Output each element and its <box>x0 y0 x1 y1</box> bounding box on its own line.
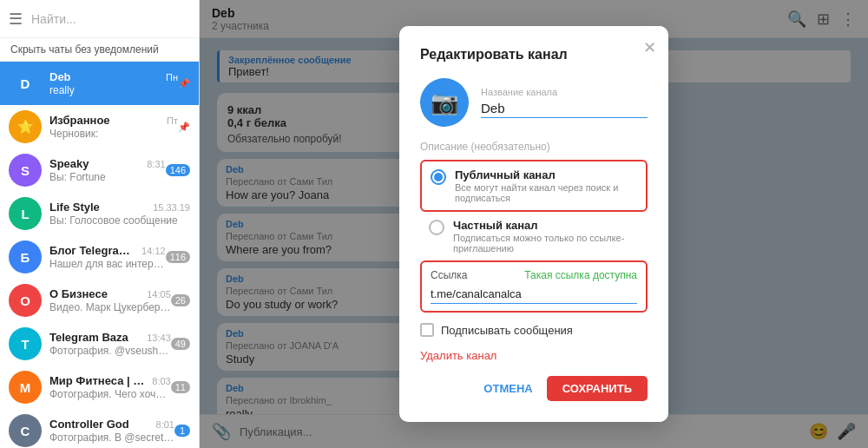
chat-preview-controller: Фотография. В @secretship, во вт... <box>49 432 174 444</box>
chat-item-blogtelegram[interactable]: Б Блог Telegram'щика 14:12 Нашел для вас… <box>0 235 199 279</box>
chat-name-obiznes: О Бизнесе <box>49 287 108 300</box>
badge-mirfitnes: 11 <box>171 381 190 393</box>
chat-info-telegrambaza: Telegram Baza 13:43 Фотография. @vseushe… <box>49 331 171 357</box>
chat-name-speaky: Speaky <box>49 157 89 170</box>
chat-name-deb: Deb <box>49 70 71 83</box>
modal-title: Редактировать канал <box>420 47 648 63</box>
chat-item-favorites[interactable]: ⭐ Избранное Пт Черновик: 📌 <box>0 105 199 148</box>
camera-icon: 📷 <box>431 89 458 116</box>
link-label-row: Ссылка Такая ссылка доступна <box>431 269 637 281</box>
chat-item-speaky[interactable]: S Speaky 8:31 Вы: Fortune 146 <box>0 148 199 192</box>
chat-list: D Deb Пн really 📌 ⭐ Избранное Пт Чернови… <box>0 62 199 448</box>
badge-blogtelegram: 116 <box>166 251 190 263</box>
pin-icon-deb: 📌 <box>178 78 190 89</box>
chat-name-favorites: Избранное <box>49 114 110 127</box>
chat-info-controller: Controller God 8:01 Фотография. В @secre… <box>49 418 174 444</box>
chat-item-controller[interactable]: C Controller God 8:01 Фотография. В @sec… <box>0 409 199 448</box>
private-channel-radio <box>429 220 444 235</box>
delete-channel-link[interactable]: Удалить канал <box>420 349 648 362</box>
avatar-lifestyle: L <box>9 197 42 230</box>
chat-name-mirfitnes: Мир Фитнеса | FitnessRU <box>49 374 148 387</box>
chat-time-speaky: 8:31 <box>147 159 165 169</box>
modal-avatar-row: 📷 Название канала <box>420 78 648 127</box>
chat-preview-obiznes: Видео. Марк Цукерберг о роли... <box>49 301 171 313</box>
sidebar: ☰ Найти... Скрыть чаты без уведомлений D… <box>0 0 200 448</box>
avatar-mirfitnes: М <box>9 371 42 404</box>
chat-info-lifestyle: Life Style 15.33.19 Вы: Голосовое сообще… <box>49 201 190 227</box>
link-label: Ссылка <box>431 269 467 281</box>
cancel-button[interactable]: ОТМЕНА <box>483 382 532 395</box>
sidebar-header: ☰ Найти... <box>0 0 199 38</box>
hide-chats-label: Скрыть чаты без уведомлений <box>0 38 199 62</box>
public-channel-radio <box>431 169 446 185</box>
chat-time-lifestyle: 15.33.19 <box>153 202 190 213</box>
public-channel-text: Публичный канал Все могут найти канал че… <box>455 168 637 203</box>
avatar-favorites: ⭐ <box>9 110 42 143</box>
chat-time-deb: Пн <box>166 72 178 82</box>
channel-name-input[interactable] <box>481 99 648 118</box>
chat-info-mirfitnes: Мир Фитнеса | FitnessRU 8:03 Фотография.… <box>49 374 171 400</box>
public-channel-sub: Все могут найти канал через поиск и подп… <box>455 182 637 203</box>
chat-preview-mirfitnes: Фотография. Чего хочется каше... <box>49 388 171 400</box>
chat-info-deb: Deb Пн really <box>49 70 178 96</box>
chat-time-mirfitnes: 8:03 <box>152 376 170 386</box>
chat-preview-blogtelegram: Нашел для вас интересный хейс... <box>49 258 166 270</box>
chat-time-obiznes: 14:05 <box>147 289 171 300</box>
channel-name-label: Название канала <box>481 87 648 97</box>
avatar-obiznes: О <box>9 284 42 317</box>
chat-name-blogtelegram: Блог Telegram'щика <box>49 244 138 257</box>
chat-preview-speaky: Вы: Fortune <box>49 171 166 183</box>
chat-item-telegrambaza[interactable]: T Telegram Baza 13:43 Фотография. @vseus… <box>0 322 199 366</box>
private-channel-text: Частный канал Подписаться можно только п… <box>453 219 639 254</box>
edit-channel-modal: ✕ Редактировать канал 📷 Название канала … <box>399 26 668 422</box>
chat-item-obiznes[interactable]: О О Бизнесе 14:05 Видео. Марк Цукерберг … <box>0 279 199 322</box>
public-channel-option[interactable]: Публичный канал Все могут найти канал че… <box>420 160 648 212</box>
chat-time-controller: 8:01 <box>156 419 174 430</box>
link-section: Ссылка Такая ссылка доступна <box>420 260 648 313</box>
chat-preview-telegrambaza: Фотография. @vseusheskazano... <box>49 345 171 357</box>
chat-info-blogtelegram: Блог Telegram'щика 14:12 Нашел для вас и… <box>49 244 166 270</box>
modal-avatar[interactable]: 📷 <box>420 78 469 127</box>
chat-name-lifestyle: Life Style <box>49 201 100 214</box>
hamburger-icon[interactable]: ☰ <box>9 10 23 29</box>
chat-info-obiznes: О Бизнесе 14:05 Видео. Марк Цукерберг о … <box>49 287 171 313</box>
chat-time-telegrambaza: 13:43 <box>147 333 171 343</box>
search-placeholder: Найти... <box>31 12 76 26</box>
avatar-speaky: S <box>9 154 42 187</box>
sign-messages-label: Подписывать сообщения <box>441 324 573 337</box>
private-channel-option[interactable]: Частный канал Подписаться можно только п… <box>420 212 648 260</box>
badge-controller: 1 <box>174 425 190 437</box>
modal-actions: ОТМЕНА СОХРАНИТЬ <box>420 376 648 401</box>
avatar-controller: C <box>9 414 42 447</box>
chat-preview-deb: really <box>49 84 178 96</box>
chat-name-telegrambaza: Telegram Baza <box>49 331 128 344</box>
link-input[interactable] <box>431 285 637 304</box>
save-button[interactable]: СОХРАНИТЬ <box>547 376 648 401</box>
avatar-blogtelegram: Б <box>9 240 42 273</box>
channel-name-field: Название канала <box>481 87 648 118</box>
pin-icon-favorites: 📌 <box>178 122 190 133</box>
chat-item-mirfitnes[interactable]: М Мир Фитнеса | FitnessRU 8:03 Фотографи… <box>0 366 199 409</box>
chat-time-blogtelegram: 14:12 <box>141 246 166 256</box>
private-channel-label: Частный канал <box>453 219 639 232</box>
avatar-telegrambaza: T <box>9 327 42 360</box>
modal-overlay: ✕ Редактировать канал 📷 Название канала … <box>200 0 868 448</box>
chat-item-deb[interactable]: D Deb Пн really 📌 <box>0 62 199 105</box>
chat-preview-lifestyle: Вы: Голосовое сообщение <box>49 214 190 227</box>
chat-time-favorites: Пт <box>167 115 178 126</box>
sign-messages-checkbox[interactable] <box>420 323 434 337</box>
chat-item-lifestyle[interactable]: L Life Style 15.33.19 Вы: Голосовое сооб… <box>0 192 199 235</box>
sign-messages-row: Подписывать сообщения <box>420 323 648 337</box>
badge-obiznes: 26 <box>171 294 190 306</box>
avatar-deb: D <box>9 67 42 100</box>
chat-info-favorites: Избранное Пт Черновик: <box>49 114 178 140</box>
chat-info-speaky: Speaky 8:31 Вы: Fortune <box>49 157 166 183</box>
radio-dot-inner <box>434 173 443 181</box>
chat-name-controller: Controller God <box>49 418 129 431</box>
description-label: Описание (необязательно) <box>420 141 648 153</box>
badge-speaky: 146 <box>166 164 190 176</box>
link-available: Такая ссылка доступна <box>524 269 637 281</box>
private-channel-sub: Подписаться можно только по ссылке-пригл… <box>453 233 639 254</box>
public-channel-label: Публичный канал <box>455 168 637 181</box>
modal-close-button[interactable]: ✕ <box>643 38 656 57</box>
